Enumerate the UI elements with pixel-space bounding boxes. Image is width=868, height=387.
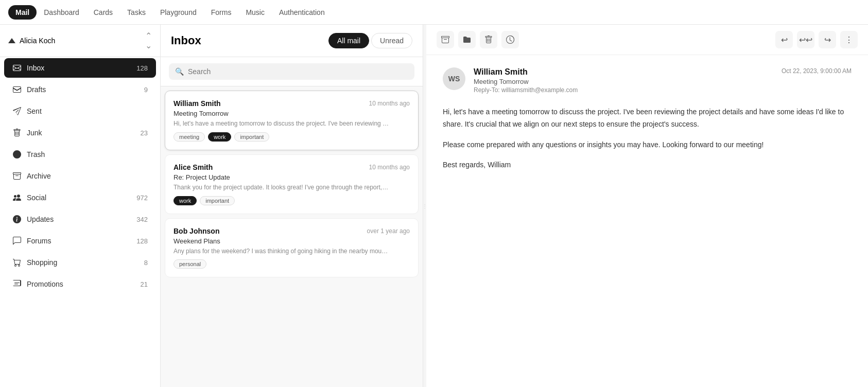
sidebar-badge-shopping: 8	[144, 259, 148, 267]
sidebar-item-label-forums: Forums	[27, 237, 51, 245]
sidebar-header: Alicia Koch ⌃⌄	[0, 25, 160, 57]
sent-icon	[12, 107, 22, 116]
sender-avatar: WS	[443, 67, 465, 90]
tag-important-1: important	[234, 132, 269, 142]
chevron-updown-icon[interactable]: ⌃⌄	[145, 31, 152, 50]
user-selector[interactable]: Alicia Koch	[8, 37, 55, 45]
trash-icon	[12, 150, 22, 159]
sidebar-item-label-trash: Trash	[27, 150, 45, 159]
sidebar-badge-drafts: 9	[144, 86, 148, 94]
email-meta: William Smith Meeting Tomorrow Reply-To:…	[474, 67, 773, 94]
email-sender-3: Bob Johnson	[173, 227, 219, 235]
email-detail-panel: ↩ ↩↩ ↪ ⋮ WS William Smith Meeting Tomorr…	[426, 25, 868, 387]
main-layout: Alicia Koch ⌃⌄ Inbox 128 Drafts 9	[0, 25, 868, 387]
filter-all-mail[interactable]: All mail	[328, 33, 369, 48]
drafts-icon	[12, 85, 22, 94]
sidebar-item-label-shopping: Shopping	[27, 258, 57, 267]
sidebar-item-drafts[interactable]: Drafts 9	[4, 80, 156, 99]
nav-tab-authentication[interactable]: Authentication	[272, 5, 332, 20]
email-subject-3: Weekend Plans	[173, 237, 410, 245]
email-tags-1: meeting work important	[173, 132, 410, 142]
snooze-button[interactable]	[501, 31, 519, 48]
tag-meeting: meeting	[173, 132, 205, 142]
sidebar-badge-social: 972	[136, 194, 148, 202]
email-list-panel: Inbox All mail Unread 🔍 William Smith 10…	[161, 25, 423, 387]
more-options-button[interactable]: ⋮	[840, 31, 858, 48]
sidebar-badge-promotions: 21	[141, 280, 148, 288]
user-triangle-icon	[8, 38, 15, 43]
sidebar-item-label-archive: Archive	[27, 172, 51, 180]
sidebar-badge-updates: 342	[136, 216, 148, 223]
sidebar-item-promotions[interactable]: Promotions 21	[4, 274, 156, 294]
email-preview-3: Any plans for the weekend? I was thinkin…	[173, 247, 390, 256]
sidebar-item-trash[interactable]: Trash	[4, 145, 156, 164]
search-input[interactable]	[188, 67, 408, 76]
sidebar-item-label-drafts: Drafts	[27, 85, 46, 94]
email-preview-1: Hi, let's have a meeting tomorrow to dis…	[173, 119, 390, 128]
filter-buttons: All mail Unread	[328, 33, 412, 48]
archive-button[interactable]	[437, 31, 454, 48]
nav-tab-tasks[interactable]: Tasks	[120, 5, 153, 20]
email-reply-to: Reply-To: williamsmith@example.com	[474, 86, 773, 94]
search-icon: 🔍	[175, 67, 184, 76]
social-icon	[12, 193, 22, 202]
search-input-wrap: 🔍	[169, 63, 414, 80]
inbox-icon	[12, 63, 22, 73]
sidebar-item-label-sent: Sent	[27, 107, 42, 115]
inbox-title: Inbox	[171, 34, 201, 47]
nav-tab-music[interactable]: Music	[238, 5, 272, 20]
forums-icon	[12, 236, 22, 245]
email-sender-2: Alice Smith	[173, 163, 213, 171]
top-nav: Mail Dashboard Cards Tasks Playground Fo…	[0, 0, 868, 25]
nav-tab-cards[interactable]: Cards	[86, 5, 120, 20]
email-from-subject: Meeting Tomorrow	[474, 78, 773, 85]
tag-personal: personal	[173, 259, 206, 269]
email-card-2[interactable]: Alice Smith 10 months ago Re: Project Up…	[165, 154, 419, 214]
email-list: William Smith 10 months ago Meeting Tomo…	[161, 86, 423, 387]
sidebar-item-updates[interactable]: Updates 342	[4, 209, 156, 229]
email-detail-header: WS William Smith Meeting Tomorrow Reply-…	[443, 67, 852, 94]
sidebar-item-sent[interactable]: Sent	[4, 101, 156, 121]
search-bar-container: 🔍	[161, 57, 423, 86]
email-detail-toolbar: ↩ ↩↩ ↪ ⋮	[426, 25, 868, 55]
move-button[interactable]	[458, 31, 476, 48]
email-subject-1: Meeting Tomorrow	[173, 110, 410, 117]
junk-icon	[12, 128, 22, 137]
sidebar-item-label-junk: Junk	[27, 129, 42, 137]
email-body: Hi, let's have a meeting tomorrow to dis…	[443, 106, 852, 171]
email-time-1: 10 months ago	[369, 100, 410, 107]
shopping-icon	[12, 258, 22, 267]
nav-tab-dashboard[interactable]: Dashboard	[37, 5, 86, 20]
email-card-1[interactable]: William Smith 10 months ago Meeting Tomo…	[165, 91, 419, 150]
sidebar-item-forums[interactable]: Forums 128	[4, 231, 156, 251]
sidebar-item-label-updates: Updates	[27, 215, 54, 223]
sidebar-item-social[interactable]: Social 972	[4, 188, 156, 207]
sidebar-item-inbox[interactable]: Inbox 128	[4, 58, 156, 78]
sidebar-item-junk[interactable]: Junk 23	[4, 123, 156, 143]
sidebar-item-archive[interactable]: Archive	[4, 166, 156, 186]
sidebar-item-shopping[interactable]: Shopping 8	[4, 253, 156, 272]
delete-button[interactable]	[480, 31, 497, 48]
archive-icon	[12, 171, 22, 181]
sidebar-badge-junk: 23	[141, 129, 148, 137]
email-body-para-3: Best regards, William	[443, 159, 852, 171]
sidebar-item-label-social: Social	[27, 194, 46, 202]
reply-all-button[interactable]: ↩↩	[797, 31, 814, 48]
sidebar-badge-inbox: 128	[136, 64, 148, 72]
email-date: Oct 22, 2023, 9:00:00 AM	[782, 67, 852, 75]
email-time-3: over 1 year ago	[367, 227, 410, 235]
email-subject-2: Re: Project Update	[173, 173, 410, 181]
email-time-2: 10 months ago	[369, 164, 410, 171]
nav-tab-forms[interactable]: Forms	[204, 5, 239, 20]
forward-button[interactable]: ↪	[819, 31, 836, 48]
promotions-icon	[12, 279, 22, 289]
email-list-header: Inbox All mail Unread	[161, 25, 423, 57]
email-body-para-2: Please come prepared with any questions …	[443, 139, 852, 151]
nav-tab-playground[interactable]: Playground	[153, 5, 204, 20]
tag-important-2: important	[200, 196, 235, 205]
nav-tab-mail[interactable]: Mail	[8, 5, 37, 20]
email-card-3[interactable]: Bob Johnson over 1 year ago Weekend Plan…	[165, 218, 419, 278]
reply-button[interactable]: ↩	[775, 31, 793, 48]
tag-work-1: work	[208, 132, 231, 142]
filter-unread[interactable]: Unread	[371, 33, 412, 48]
